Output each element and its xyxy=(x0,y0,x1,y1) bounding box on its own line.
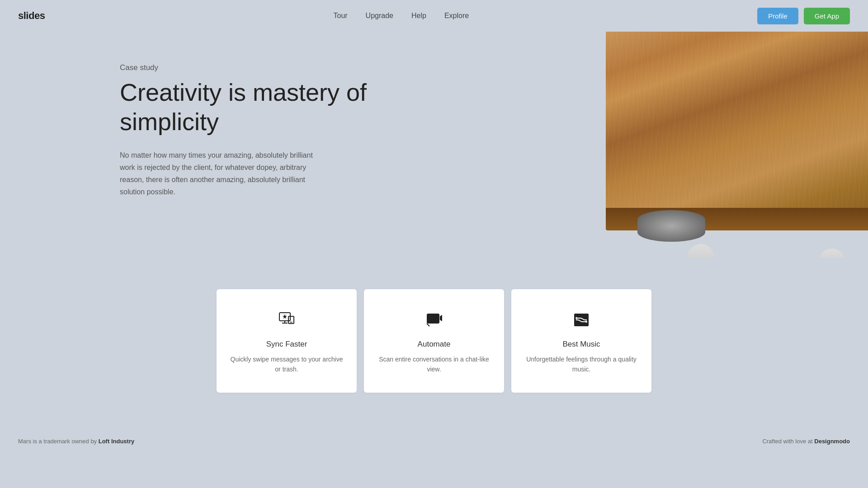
hero-eyebrow: Case study xyxy=(120,63,400,72)
feature-desc-automate: Scan entire conversations in a chat-like… xyxy=(377,354,491,375)
hero-title: Creativity is mastery of simplicity xyxy=(120,78,400,136)
footer-left: Mars is a trademark owned by Loft Indust… xyxy=(18,438,134,445)
feature-card-music: Best Music Unforgettable feelings throug… xyxy=(511,289,651,393)
hero-image xyxy=(597,32,868,258)
features-section: Sync Faster Quickly swipe messages to yo… xyxy=(0,267,868,420)
nav-upgrade[interactable]: Upgrade xyxy=(366,12,393,20)
profile-button[interactable]: Profile xyxy=(757,8,798,24)
feature-card-automate: Automate Scan entire conversations in a … xyxy=(364,289,504,393)
hero-section: Case study Creativity is mastery of simp… xyxy=(0,32,868,258)
feature-title-automate: Automate xyxy=(418,340,451,349)
svg-line-8 xyxy=(427,324,429,326)
footer-right: Crafted with love at Designmodo xyxy=(762,438,850,445)
footer-left-brand: Loft Industry xyxy=(99,438,134,445)
svg-marker-3 xyxy=(283,314,287,319)
footer-right-brand: Designmodo xyxy=(814,438,850,445)
nav: Tour Upgrade Help Explore xyxy=(333,12,469,20)
music-icon xyxy=(573,312,590,332)
hero-text: Case study Creativity is mastery of simp… xyxy=(120,54,400,198)
feature-card-sync: Sync Faster Quickly swipe messages to yo… xyxy=(217,289,357,393)
footer-right-text: Crafted with love at xyxy=(762,438,814,445)
speaker-cone xyxy=(637,210,705,242)
header-actions: Profile Get App xyxy=(757,8,850,24)
feature-desc-music: Unforgettable feelings through a quality… xyxy=(525,354,638,375)
svg-rect-6 xyxy=(427,314,439,324)
header: slides Tour Upgrade Help Explore Profile… xyxy=(0,0,868,32)
footer: Mars is a trademark owned by Loft Indust… xyxy=(0,429,868,454)
wood-grain xyxy=(606,32,868,221)
video-icon xyxy=(426,312,442,332)
nav-explore[interactable]: Explore xyxy=(444,12,469,20)
nav-tour[interactable]: Tour xyxy=(333,12,347,20)
feature-desc-sync: Quickly swipe messages to your archive o… xyxy=(230,354,343,375)
sync-icon xyxy=(278,312,295,332)
nav-help[interactable]: Help xyxy=(411,12,426,20)
feature-title-sync: Sync Faster xyxy=(266,340,307,349)
logo: slides xyxy=(18,10,45,22)
footer-left-text: Mars is a trademark owned by xyxy=(18,438,99,445)
speaker-leg-right xyxy=(818,249,845,258)
svg-marker-7 xyxy=(440,315,442,321)
speaker-leg-left xyxy=(687,244,714,258)
hero-description: No matter how many times your amazing, a… xyxy=(120,149,328,198)
feature-title-music: Best Music xyxy=(562,340,600,349)
wood-block xyxy=(606,32,868,221)
getapp-button[interactable]: Get App xyxy=(804,8,850,24)
